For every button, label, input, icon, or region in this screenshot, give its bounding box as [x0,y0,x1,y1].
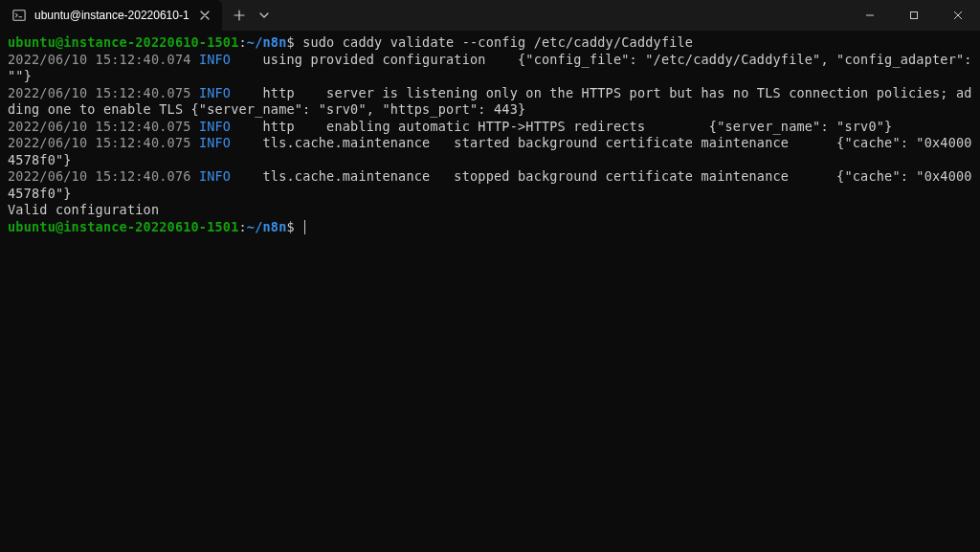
prompt-line-1: ubuntu@instance-20220610-1501:~/n8n$ sud… [8,34,972,52]
tab-title: ubuntu@instance-20220610-1 [34,9,189,22]
maximize-button[interactable] [892,0,936,31]
prompt-line-2: ubuntu@instance-20220610-1501:~/n8n$ [8,219,972,236]
prompt-userhost: ubuntu@instance-20220610-1501 [8,219,239,234]
svg-rect-1 [911,12,918,19]
prompt-symbol: $ [286,219,294,234]
log-line-3: 2022/06/10 15:12:40.075 INFO http enabli… [8,119,972,136]
log-line-1: 2022/06/10 15:12:40.074 INFO using provi… [8,52,972,85]
prompt-path: ~/n8n [247,219,287,234]
close-tab-button[interactable] [197,8,212,23]
terminal-tab[interactable]: ubuntu@instance-20220610-1 [0,0,222,31]
command-text: sudo caddy validate --config /etc/caddy/… [302,34,693,50]
prompt-symbol: $ [286,34,294,50]
cursor [304,220,305,234]
prompt-path: ~/n8n [247,34,287,50]
log-line-2: 2022/06/10 15:12:40.075 INFO http server… [8,85,972,119]
log-line-4: 2022/06/10 15:12:40.075 INFO tls.cache.m… [8,135,972,168]
tab-dropdown-button[interactable] [253,2,276,29]
valid-line: Valid configuration [8,202,972,219]
titlebar-left: ubuntu@instance-20220610-1 [0,0,276,31]
new-tab-button[interactable] [224,2,255,29]
titlebar: ubuntu@instance-20220610-1 [0,0,980,31]
terminal-icon [11,8,27,23]
svg-rect-0 [13,11,25,21]
log-line-5: 2022/06/10 15:12:40.076 INFO tls.cache.m… [8,168,972,202]
window-controls [848,0,980,31]
terminal-content[interactable]: ubuntu@instance-20220610-1501:~/n8n$ sud… [0,31,980,240]
close-window-button[interactable] [936,0,980,31]
minimize-button[interactable] [848,0,892,31]
prompt-userhost: ubuntu@instance-20220610-1501 [8,34,239,50]
